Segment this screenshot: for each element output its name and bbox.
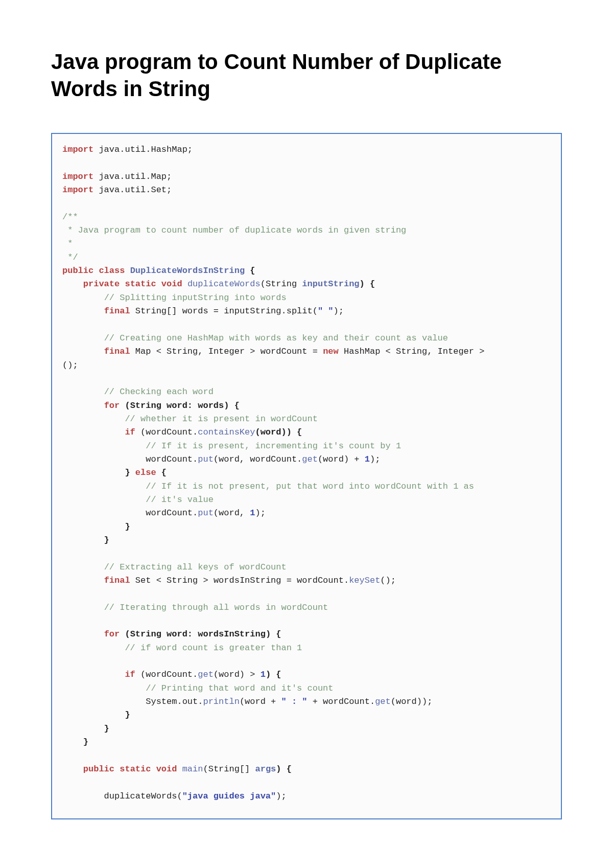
code-token: String, Integer [161,347,250,356]
code-token [62,387,104,397]
code-token [93,266,99,276]
code-token [62,576,104,585]
code-token: // whether it is present in wordCount [125,414,317,424]
code-token: // If it is not present, put that word i… [146,482,474,491]
code-token: ) { [360,279,375,289]
code-token: final [104,306,130,316]
code-token: (String word: words) { [120,401,240,410]
code-token: { [156,468,167,477]
code-token: static [125,279,156,289]
code-token: > [250,347,255,356]
code-token: Set [130,576,156,585]
code-token: new [323,347,339,356]
code-token: static [120,764,151,774]
code-token: < [386,347,391,356]
code-token: > [203,576,208,585]
code-token: public [62,266,93,276]
code-token: ); [276,791,286,801]
code-token: " : " [281,697,308,706]
code-token [62,306,104,316]
code-token: > [479,347,484,356]
code-token: java.util.Set; [93,185,172,195]
code-token [62,603,104,612]
code-token [62,562,104,572]
code-token: } [62,710,130,720]
code-token: */ [62,253,78,262]
code-token: (); [62,360,78,370]
code-token: } [62,468,135,477]
code-token: * [62,239,73,248]
code-token [62,401,104,410]
code-token: java.util.Map; [93,172,172,181]
code-token: 1 [261,670,266,679]
code-token: void [156,764,177,774]
code-token: (word) > [214,670,261,679]
code-token [62,670,125,679]
code-token: } [62,522,130,532]
code-token: String[] words = inputString.split( [130,306,318,316]
code-token: (word) + [318,454,365,464]
code-token: (word, [214,508,250,518]
code-token: wordCount = [255,347,323,356]
code-token: wordCount. [62,508,198,518]
code-token [177,764,182,774]
code-token: else [135,468,156,477]
code-token [62,414,125,424]
code-token: (); [380,576,396,585]
code-token [62,279,83,289]
code-token: public [83,764,114,774]
code-token: class [99,266,125,276]
code-token: private [83,279,120,289]
code-token: (word)); [391,697,433,706]
code-token: get [198,670,214,679]
code-token: // If it is present, incrementing it's c… [146,441,401,451]
code-token [62,441,146,451]
code-token: // Creating one HashMap with words as ke… [104,333,448,343]
code-token: String [161,576,203,585]
code-token [62,482,146,491]
code-token [62,347,104,356]
code-token: duplicateWords( [62,791,182,801]
page-title: Java program to Count Number of Duplicat… [51,49,562,102]
code-token: get [375,697,391,706]
code-token: duplicateWords [187,279,261,289]
code-token [114,764,120,774]
code-token: println [203,697,239,706]
code-token: import [62,172,93,181]
code-token: /** [62,212,78,222]
code-token: ); [255,508,265,518]
code-token: wordsInString = wordCount. [208,576,349,585]
code-token [62,495,146,505]
code-token: // if word count is greater than 1 [125,643,302,653]
code-token: } [62,724,109,734]
code-token: if [125,670,135,679]
code-token: // Printing that word and it's count [146,683,333,693]
code-token: ) { [276,764,292,774]
code-token: // Iterating through all words in wordCo… [104,603,328,612]
code-token: (word, wordCount. [214,454,302,464]
code-token: for [104,401,120,410]
code-token: System.out. [62,697,203,706]
code-token [125,266,130,276]
code-token [156,279,161,289]
code-token: "java guides java" [182,791,276,801]
code-token: (String[] [203,764,255,774]
code-token: } [62,737,88,747]
code-token: Map [130,347,156,356]
code-token [182,279,187,289]
code-token: inputString [302,279,359,289]
code-token: ); [334,306,344,316]
code-token: DuplicateWordsInString [130,266,245,276]
code-token [120,279,125,289]
code-token: main [182,764,203,774]
code-token [62,427,125,437]
code-token: get [302,454,318,464]
code-token: (wordCount. [135,427,198,437]
code-token: import [62,185,93,195]
code-token: final [104,347,130,356]
code-token [151,764,156,774]
code-token: (String [261,279,302,289]
code-token: // it's value [146,495,214,505]
code-token: for [104,629,120,639]
code-token: keySet [349,576,380,585]
